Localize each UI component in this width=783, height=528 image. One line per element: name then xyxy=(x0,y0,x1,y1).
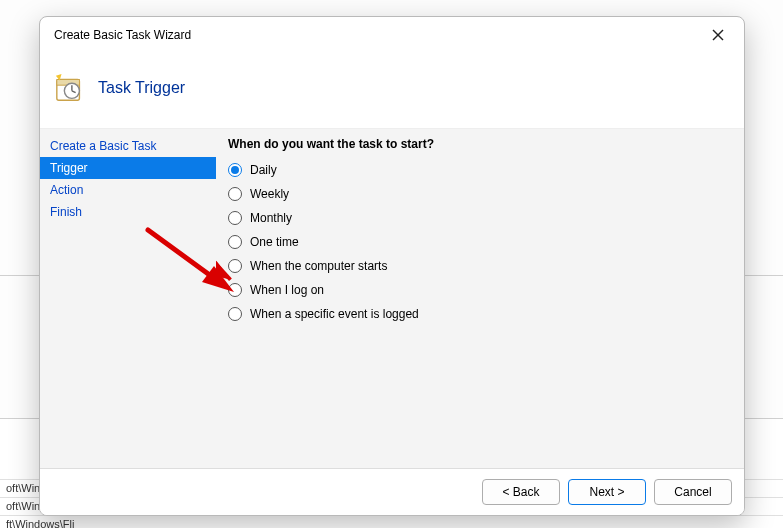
trigger-option-computer-starts[interactable]: When the computer starts xyxy=(228,259,732,273)
dialog-titlebar: Create Basic Task Wizard xyxy=(40,17,744,47)
radio-icon xyxy=(228,283,242,297)
close-icon xyxy=(712,29,724,41)
annotation-arrow-icon xyxy=(216,129,744,468)
clock-calendar-icon xyxy=(54,72,86,104)
wizard-content: When do you want the task to start? Dail… xyxy=(216,129,744,468)
trigger-option-daily[interactable]: Daily xyxy=(228,163,732,177)
trigger-option-log-on[interactable]: When I log on xyxy=(228,283,732,297)
radio-icon xyxy=(228,307,242,321)
trigger-option-monthly[interactable]: Monthly xyxy=(228,211,732,225)
dialog-footer: < Back Next > Cancel xyxy=(40,469,744,515)
trigger-option-specific-event[interactable]: When a specific event is logged xyxy=(228,307,732,321)
radio-icon xyxy=(228,259,242,273)
radio-label: Daily xyxy=(250,163,277,177)
step-trigger[interactable]: Trigger xyxy=(40,157,216,179)
next-button[interactable]: Next > xyxy=(568,479,646,505)
trigger-option-one-time[interactable]: One time xyxy=(228,235,732,249)
wizard-steps-sidebar: Create a Basic Task Trigger Action Finis… xyxy=(40,129,216,468)
trigger-question: When do you want the task to start? xyxy=(228,137,732,151)
cancel-button[interactable]: Cancel xyxy=(654,479,732,505)
step-action[interactable]: Action xyxy=(40,179,216,201)
radio-icon xyxy=(228,235,242,249)
dialog-title: Create Basic Task Wizard xyxy=(54,28,702,42)
radio-label: When a specific event is logged xyxy=(250,307,419,321)
radio-icon xyxy=(228,187,242,201)
back-button[interactable]: < Back xyxy=(482,479,560,505)
radio-icon xyxy=(228,211,242,225)
radio-icon xyxy=(228,163,242,177)
dialog-header: Task Trigger xyxy=(40,47,744,129)
radio-label: One time xyxy=(250,235,299,249)
step-finish[interactable]: Finish xyxy=(40,201,216,223)
radio-label: When the computer starts xyxy=(250,259,387,273)
radio-label: Monthly xyxy=(250,211,292,225)
step-create-basic-task[interactable]: Create a Basic Task xyxy=(40,135,216,157)
create-basic-task-wizard-dialog: Create Basic Task Wizard Task Trigger Cr… xyxy=(39,16,745,516)
trigger-option-weekly[interactable]: Weekly xyxy=(228,187,732,201)
header-title: Task Trigger xyxy=(98,79,185,97)
close-button[interactable] xyxy=(702,23,734,47)
bg-text-row-3: ft\Windows\Fli xyxy=(0,515,783,528)
dialog-body: Create a Basic Task Trigger Action Finis… xyxy=(40,129,744,469)
radio-label: When I log on xyxy=(250,283,324,297)
radio-label: Weekly xyxy=(250,187,289,201)
